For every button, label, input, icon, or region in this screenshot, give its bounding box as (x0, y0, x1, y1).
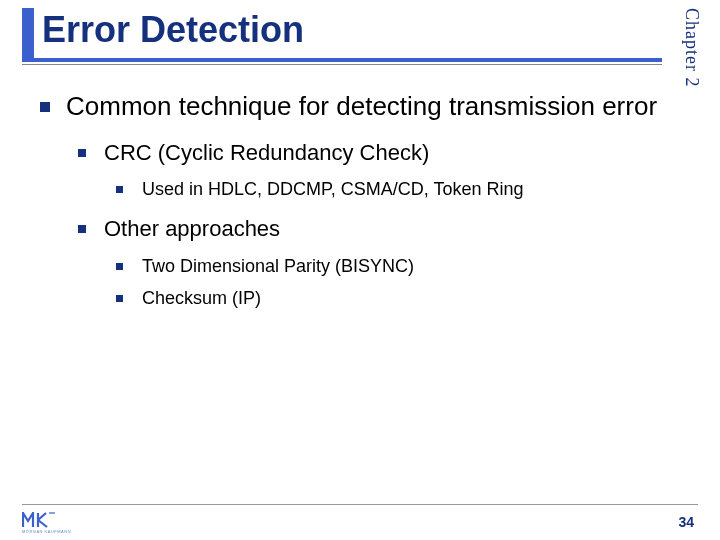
slide: Error Detection Chapter 2 Common techniq… (0, 0, 720, 540)
content-area: Common technique for detecting transmiss… (40, 90, 660, 319)
publisher-name: MORGAN KAUFMANN (22, 529, 62, 534)
bullet-level3: Checksum (IP) (116, 286, 660, 310)
title-underline (22, 58, 662, 62)
bullet-level2: CRC (Cyclic Redundancy Check) (78, 139, 660, 168)
bullet-level3: Used in HDLC, DDCMP, CSMA/CD, Token Ring (116, 177, 660, 201)
bullet-level2: Other approaches (78, 215, 660, 244)
publisher-logo: MORGAN KAUFMANN (22, 510, 62, 534)
title-underline-shadow (22, 64, 662, 65)
page-number: 34 (678, 514, 694, 530)
footer-rule (22, 504, 698, 505)
footer: MORGAN KAUFMANN 34 (0, 504, 720, 540)
slide-title: Error Detection (22, 8, 660, 51)
mk-logo-icon (22, 512, 56, 528)
bullet-level1: Common technique for detecting transmiss… (40, 90, 660, 123)
bullet-level3: Two Dimensional Parity (BISYNC) (116, 254, 660, 278)
title-block: Error Detection (22, 8, 660, 51)
chapter-label: Chapter 2 (681, 8, 702, 87)
